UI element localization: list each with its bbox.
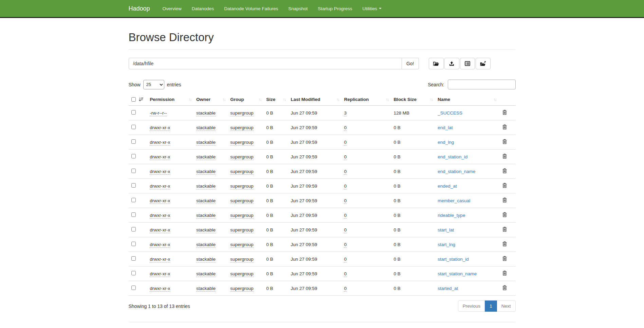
permission-value[interactable]: drwxr-xr-x [150,140,170,145]
file-link[interactable]: ended_at [438,184,457,189]
file-link[interactable]: start_station_name [438,271,477,276]
row-checkbox[interactable] [131,139,136,144]
row-checkbox[interactable] [131,154,136,158]
row-checkbox[interactable] [131,256,136,261]
list-alt-button[interactable] [460,58,475,69]
group-value[interactable]: supergroup [230,213,253,219]
nav-item-utilities[interactable]: Utilities [357,0,387,17]
row-checkbox[interactable] [131,110,136,115]
replication-value[interactable]: 0 [344,184,347,189]
replication-value[interactable]: 0 [344,125,347,131]
column-header-select[interactable] [129,93,147,106]
delete-button[interactable] [501,211,508,219]
owner-value[interactable]: stackable [196,271,216,277]
permission-value[interactable]: drwxr-xr-x [150,271,170,277]
file-link[interactable]: member_casual [438,198,470,203]
replication-value[interactable]: 0 [344,198,347,204]
file-link[interactable]: start_lat [438,227,454,232]
group-value[interactable]: supergroup [230,198,253,204]
replication-value[interactable]: 0 [344,242,347,248]
column-header-replication[interactable]: Replication↑↓ [341,93,391,106]
delete-button[interactable] [501,168,508,175]
directory-path-input[interactable] [129,58,402,69]
group-value[interactable]: supergroup [230,227,253,233]
permission-value[interactable]: drwxr-xr-x [150,198,170,204]
owner-value[interactable]: stackable [196,125,216,131]
column-header-size[interactable]: Size↑↓ [263,93,288,106]
file-link[interactable]: end_lat [438,125,453,130]
file-link[interactable]: end_lng [438,140,454,145]
folder-transfer-button[interactable] [476,58,491,69]
delete-button[interactable] [501,182,508,190]
replication-value[interactable]: 0 [344,257,347,262]
nav-item-datanodes[interactable]: Datanodes [187,0,219,17]
page-1-button[interactable]: 1 [485,300,497,312]
row-checkbox[interactable] [131,125,136,129]
owner-value[interactable]: stackable [196,213,216,219]
group-value[interactable]: supergroup [230,140,253,145]
delete-button[interactable] [501,270,508,277]
replication-value[interactable]: 0 [344,286,347,292]
column-header-last-modified[interactable]: Last Modified↑↓ [288,93,341,106]
page-length-select[interactable]: 25 [143,80,164,89]
previous-page-button[interactable]: Previous [458,300,485,312]
group-value[interactable]: supergroup [230,125,253,131]
owner-value[interactable]: stackable [196,110,216,116]
delete-button[interactable] [501,255,508,263]
nav-item-snapshot[interactable]: Snapshot [283,0,313,17]
permission-value[interactable]: drwxr-xr-x [150,213,170,219]
file-link[interactable]: _SUCCESS [438,110,462,116]
owner-value[interactable]: stackable [196,257,216,262]
owner-value[interactable]: stackable [196,198,216,204]
delete-button[interactable] [501,153,508,160]
permission-value[interactable]: drwxr-xr-x [150,242,170,248]
delete-button[interactable] [501,138,508,146]
permission-value[interactable]: drwxr-xr-x [150,257,170,262]
replication-value[interactable]: 0 [344,140,347,145]
file-link[interactable]: started_at [438,286,458,291]
group-value[interactable]: supergroup [230,110,253,116]
file-link[interactable]: rideable_type [438,213,465,218]
next-page-button[interactable]: Next [497,300,516,312]
row-checkbox[interactable] [131,198,136,202]
brand-hadoop[interactable]: Hadoop [129,5,150,12]
delete-button[interactable] [501,124,508,131]
column-header-group[interactable]: Group↑↓ [227,93,263,106]
row-checkbox[interactable] [131,271,136,275]
row-checkbox[interactable] [131,169,136,173]
group-value[interactable]: supergroup [230,271,253,277]
replication-value[interactable]: 0 [344,227,347,233]
owner-value[interactable]: stackable [196,140,216,145]
select-all-checkbox[interactable] [131,97,136,102]
column-header-permission[interactable]: Permission↑↓ [147,93,194,106]
permission-value[interactable]: drwxr-xr-x [150,286,170,292]
file-link[interactable]: end_station_name [438,169,475,174]
replication-value[interactable]: 0 [344,154,347,160]
file-link[interactable]: start_station_id [438,257,469,262]
permission-value[interactable]: drwxr-xr-x [150,154,170,160]
permission-value[interactable]: drwxr-xr-x [150,169,170,175]
row-checkbox[interactable] [131,212,136,217]
row-checkbox[interactable] [131,227,136,231]
replication-value[interactable]: 0 [344,169,347,175]
owner-value[interactable]: stackable [196,184,216,189]
search-input[interactable] [448,80,516,89]
column-header-block-size[interactable]: Block Size↑↓ [391,93,435,106]
delete-button[interactable] [501,241,508,248]
replication-value[interactable]: 0 [344,213,347,219]
group-value[interactable]: supergroup [230,184,253,189]
owner-value[interactable]: stackable [196,154,216,160]
permission-value[interactable]: drwxr-xr-x [150,184,170,189]
owner-value[interactable]: stackable [196,227,216,233]
group-value[interactable]: supergroup [230,154,253,160]
nav-item-startup-progress[interactable]: Startup Progress [313,0,357,17]
upload-file-button[interactable] [444,58,459,69]
file-link[interactable]: start_lng [438,242,455,247]
delete-button[interactable] [501,284,508,292]
owner-value[interactable]: stackable [196,286,216,292]
owner-value[interactable]: stackable [196,242,216,248]
delete-button[interactable] [501,109,508,117]
group-value[interactable]: supergroup [230,242,253,248]
replication-value[interactable]: 3 [344,110,347,116]
group-value[interactable]: supergroup [230,286,253,292]
